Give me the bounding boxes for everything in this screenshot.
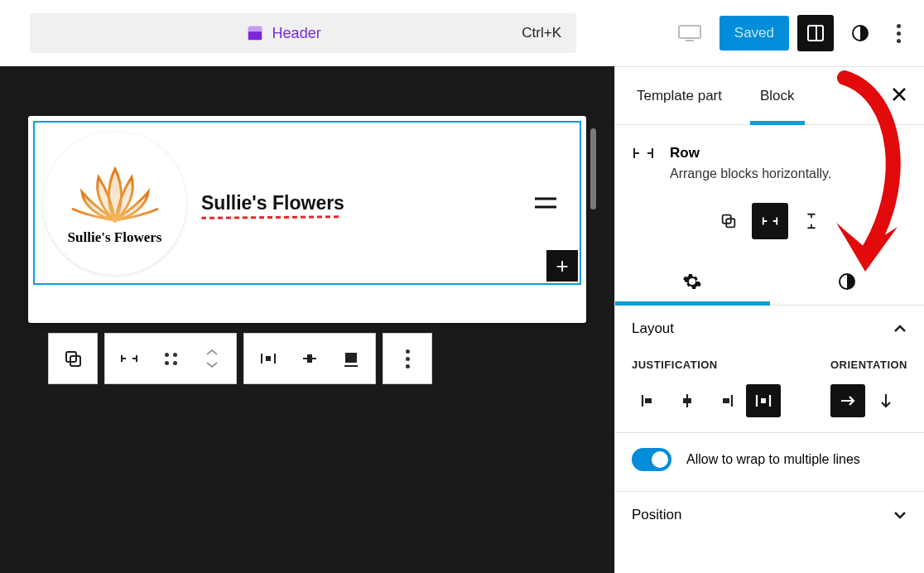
move-down-icon[interactable]: [204, 359, 220, 370]
drag-handle[interactable]: [150, 335, 191, 382]
row-block-icon[interactable]: [108, 335, 150, 382]
block-toolbar: [48, 333, 432, 384]
settings-sidebar: Template part Block Row Arrange blocks h…: [614, 66, 924, 573]
svg-rect-1: [248, 26, 262, 31]
chevron-up-icon: [893, 321, 907, 336]
resize-handle-right[interactable]: [590, 128, 596, 209]
svg-rect-16: [683, 398, 691, 403]
block-options-menu[interactable]: [387, 335, 428, 382]
wrap-toggle[interactable]: [632, 448, 671, 471]
save-button[interactable]: Saved: [719, 16, 789, 51]
block-appender[interactable]: [546, 250, 578, 282]
svg-rect-10: [307, 354, 312, 363]
settings-subtab[interactable]: [615, 258, 770, 305]
tab-template-part[interactable]: Template part: [632, 67, 727, 124]
block-name: Row: [670, 145, 831, 161]
site-logo[interactable]: Sullie's Flowers: [43, 132, 186, 275]
transform-group-button[interactable]: [710, 203, 747, 239]
tab-block[interactable]: Block: [755, 67, 800, 124]
justify-control[interactable]: [248, 335, 289, 382]
transform-stack-button[interactable]: [793, 203, 830, 239]
settings-sidebar-toggle[interactable]: [797, 15, 834, 51]
command-bar[interactable]: Header Ctrl+K: [30, 13, 576, 53]
svg-rect-9: [266, 356, 271, 361]
layout-panel-title: Layout: [632, 320, 674, 337]
block-movers[interactable]: [191, 335, 233, 382]
row-block-selected[interactable]: Sullie's Flowers Sullie's Flowers: [33, 121, 581, 285]
nav-menu-icon[interactable]: [535, 198, 556, 209]
parent-block-selector[interactable]: [52, 335, 94, 382]
justify-right-button[interactable]: [708, 384, 743, 417]
desktop-preview-icon[interactable]: [678, 25, 701, 41]
justification-label: Justification: [632, 359, 781, 371]
styles-subtab[interactable]: [770, 258, 925, 305]
template-part-icon: [246, 24, 264, 42]
svg-rect-18: [761, 398, 766, 403]
site-title[interactable]: Sullie's Flowers: [201, 192, 344, 214]
svg-rect-15: [645, 398, 652, 403]
chevron-down-icon: [893, 508, 907, 522]
position-panel-title: Position: [632, 507, 681, 523]
styles-toggle[interactable]: [842, 15, 878, 51]
options-menu[interactable]: [887, 24, 911, 43]
close-sidebar-button[interactable]: [891, 86, 907, 106]
orientation-vertical-button[interactable]: [869, 384, 903, 417]
transform-row-button[interactable]: [752, 203, 788, 239]
orientation-horizontal-button[interactable]: [830, 384, 865, 417]
justify-left-button[interactable]: [632, 384, 667, 417]
lotus-icon: [65, 161, 165, 223]
wrap-toggle-label: Allow to wrap to multiple lines: [686, 452, 860, 467]
logo-caption: Sullie's Flowers: [68, 229, 162, 246]
width-control[interactable]: [330, 335, 372, 382]
move-up-icon[interactable]: [204, 347, 220, 359]
layout-panel-toggle[interactable]: Layout: [632, 320, 907, 337]
contrast-icon: [837, 272, 857, 291]
gear-icon: [682, 272, 702, 291]
justify-center-button[interactable]: [670, 384, 705, 417]
block-description: Arrange blocks horizontally.: [670, 166, 831, 181]
editor-canvas[interactable]: Sullie's Flowers Sullie's Flowers: [0, 66, 614, 573]
svg-rect-17: [723, 398, 729, 403]
svg-rect-11: [345, 353, 357, 363]
row-icon: [632, 145, 655, 161]
justify-space-between-button[interactable]: [746, 384, 781, 417]
position-panel-toggle[interactable]: Position: [632, 507, 907, 523]
svg-rect-2: [679, 26, 700, 38]
align-control[interactable]: [289, 335, 330, 382]
shortcut-hint: Ctrl+K: [522, 25, 561, 41]
orientation-label: Orientation: [830, 359, 907, 371]
command-label: Header: [272, 25, 321, 42]
